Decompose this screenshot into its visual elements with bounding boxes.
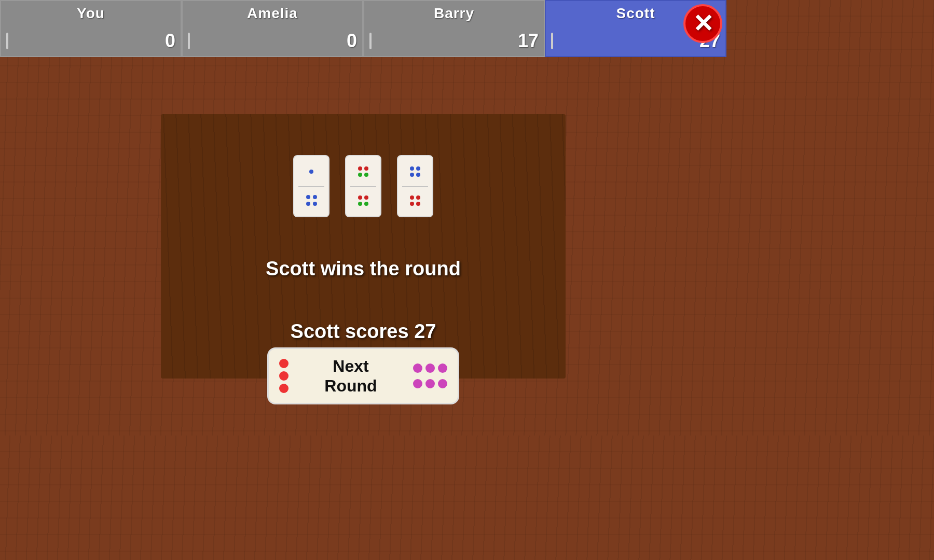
player-panel-you: You 0 [0, 0, 182, 57]
next-round-label-line1: Next [289, 356, 413, 376]
dot [358, 173, 362, 177]
player-name-scott: Scott [616, 5, 655, 22]
score-value-barry: 17 [518, 30, 539, 52]
next-round-button[interactable]: Next Round [267, 347, 459, 404]
dot [410, 166, 414, 171]
pipe-you [6, 33, 8, 49]
dot [358, 166, 362, 171]
dot [313, 202, 317, 206]
domino-2-top [349, 159, 378, 185]
btn-dot-row-r3 [413, 379, 447, 388]
domino-1 [293, 155, 329, 217]
btn-dot [413, 363, 422, 373]
domino-1-divider [298, 186, 324, 187]
player-panel-amelia: Amelia 0 [182, 0, 363, 57]
dot [309, 170, 313, 174]
pipe-amelia [188, 33, 190, 49]
domino-3-divider [402, 186, 428, 187]
score-value-you: 0 [165, 30, 175, 52]
score-value-amelia: 0 [347, 30, 357, 52]
domino-3-bottom [401, 188, 430, 214]
pipe-scott [551, 33, 553, 49]
game-panel: Scott wins the round Scott scores 27 [161, 114, 566, 379]
score-row-you: 0 [6, 30, 175, 52]
dominoes-row [293, 155, 433, 217]
btn-dot [438, 363, 447, 373]
close-button[interactable]: ✕ [683, 4, 722, 43]
dot [416, 195, 420, 200]
score-message: Scott scores 27 [291, 320, 436, 343]
dot [313, 195, 317, 199]
score-header: You 0 Amelia 0 Barry 17 Scott 27 ✕ [0, 0, 726, 57]
btn-dot [425, 363, 435, 373]
domino-1-top [297, 159, 326, 185]
btn-dot [279, 371, 289, 381]
win-message: Scott wins the round [266, 258, 461, 280]
dot [410, 195, 414, 200]
btn-dot [413, 379, 422, 388]
dot [364, 195, 368, 200]
dot [364, 173, 368, 177]
next-round-label-line2: Round [289, 376, 413, 396]
dot [306, 195, 310, 199]
btn-dot-row-3 [279, 384, 289, 393]
dot [416, 173, 420, 177]
score-row-barry: 17 [369, 30, 539, 52]
dot [306, 202, 310, 206]
dot [364, 202, 368, 206]
domino-3 [397, 155, 433, 217]
domino-3-top [401, 159, 430, 185]
domino-1-bottom [297, 188, 326, 214]
close-icon: ✕ [693, 11, 713, 36]
next-round-button-container: Next Round [267, 342, 459, 404]
domino-2-bottom [349, 188, 378, 214]
dot [410, 202, 414, 206]
score-row-amelia: 0 [188, 30, 357, 52]
player-name-amelia: Amelia [247, 5, 298, 22]
dot [358, 195, 362, 200]
btn-dot [279, 359, 289, 368]
btn-dot [425, 379, 435, 388]
btn-dot [279, 384, 289, 393]
player-name-you: You [77, 5, 105, 22]
dot [410, 173, 414, 177]
btn-dot [438, 379, 447, 388]
dot [364, 166, 368, 171]
btn-dot-row-r1 [413, 363, 447, 373]
btn-right-decoration [413, 363, 447, 388]
pipe-barry [369, 33, 372, 49]
btn-left-decoration [279, 359, 289, 393]
domino-2-divider [350, 186, 376, 187]
next-round-label: Next Round [289, 356, 413, 396]
player-panel-barry: Barry 17 [363, 0, 545, 57]
btn-dot-row-1 [279, 359, 289, 368]
player-name-barry: Barry [434, 5, 474, 22]
dot [416, 202, 420, 206]
btn-dot-row-2 [279, 371, 289, 381]
dot [358, 202, 362, 206]
dot [416, 166, 420, 171]
domino-2 [345, 155, 381, 217]
